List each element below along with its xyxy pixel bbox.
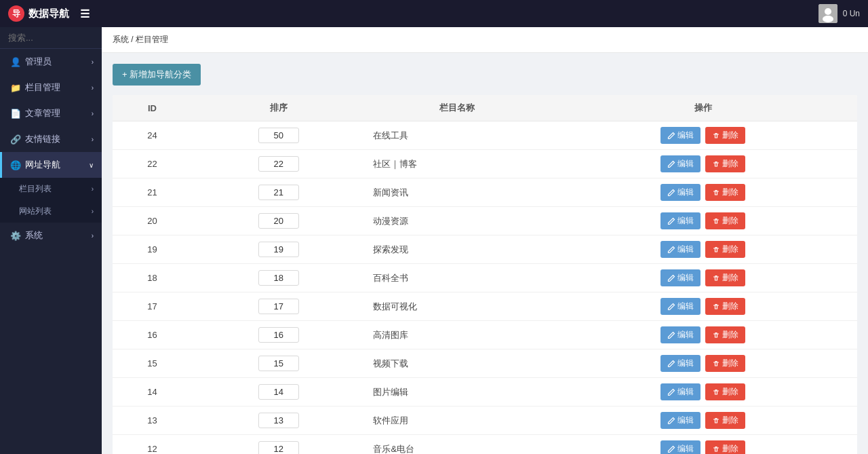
table-row: 14 图片编辑 编辑 删除 [113, 378, 857, 406]
edit-button[interactable]: 编辑 [660, 355, 701, 372]
svg-point-1 [825, 8, 831, 15]
cell-name: 社区｜博客 [365, 150, 549, 178]
rank-input[interactable] [258, 384, 299, 400]
delete-button[interactable]: 删除 [705, 412, 745, 429]
rank-input[interactable] [258, 327, 299, 343]
delete-button[interactable]: 删除 [705, 269, 745, 286]
edit-button[interactable]: 编辑 [660, 241, 701, 258]
username-label: 0 Un [843, 9, 860, 18]
topbar-right: 0 Un [818, 4, 860, 23]
svg-point-2 [823, 16, 833, 22]
table-row: 18 百科全书 编辑 删除 [113, 264, 857, 292]
sidebar-sub-menu: 栏目列表 › 网站列表 › [0, 178, 102, 223]
delete-button[interactable]: 删除 [705, 184, 745, 201]
cell-rank [192, 264, 365, 292]
rank-input[interactable] [258, 213, 299, 229]
rank-input[interactable] [258, 356, 299, 371]
cell-actions: 编辑 删除 [549, 264, 857, 292]
sidebar-item-label: 栏目管理 [25, 81, 60, 94]
delete-button[interactable]: 删除 [705, 241, 745, 258]
cell-name: 在线工具 [365, 121, 549, 150]
delete-button[interactable]: 删除 [705, 155, 745, 172]
delete-button[interactable]: 删除 [705, 212, 745, 229]
edit-button[interactable]: 编辑 [660, 326, 701, 343]
chevron-right-icon: › [92, 58, 94, 66]
chevron-right-icon: › [92, 136, 94, 143]
sidebar-item-label: 友情链接 [25, 133, 60, 145]
cell-rank [192, 207, 365, 235]
breadcrumb-separator: / [131, 35, 136, 44]
sidebar-item-admin[interactable]: 👤 管理员 › [0, 49, 102, 75]
sidebar-search[interactable] [0, 27, 102, 49]
chevron-right-icon: › [92, 110, 94, 117]
search-input[interactable] [8, 33, 94, 43]
sidebar-item-label: 网址导航 [25, 159, 60, 171]
rank-input[interactable] [258, 299, 299, 314]
edit-button[interactable]: 编辑 [660, 155, 701, 172]
cell-id: 14 [113, 378, 192, 406]
delete-button[interactable]: 删除 [705, 326, 745, 343]
rank-input[interactable] [258, 270, 299, 286]
cell-name: 音乐&电台 [365, 435, 549, 455]
main-content: 系统 / 栏目管理 + 新增加导航分类 ID 排序 栏目名称 操作 [102, 27, 868, 454]
breadcrumb-current: 栏目管理 [136, 35, 168, 44]
sidebar-item-friend-links[interactable]: 🔗 友情链接 › [0, 126, 102, 152]
sidebar-item-column-mgmt[interactable]: 📁 栏目管理 › [0, 75, 102, 100]
cell-actions: 编辑 删除 [549, 435, 857, 455]
cell-id: 24 [113, 121, 192, 150]
cell-name: 软件应用 [365, 406, 549, 435]
cell-actions: 编辑 删除 [549, 178, 857, 207]
delete-button[interactable]: 删除 [705, 127, 745, 144]
sidebar: 👤 管理员 › 📁 栏目管理 › 📄 文章管理 › 🔗 友情链接 › 🌐 网址导… [0, 27, 102, 454]
edit-button[interactable]: 编辑 [660, 269, 701, 286]
edit-button[interactable]: 编辑 [660, 383, 701, 400]
rank-input[interactable] [258, 128, 299, 143]
sidebar-item-label: 管理员 [25, 56, 52, 68]
edit-button[interactable]: 编辑 [660, 127, 701, 144]
edit-button[interactable]: 编辑 [660, 298, 701, 315]
sidebar-sub-label: 栏目列表 [19, 183, 52, 195]
col-header-name: 栏目名称 [365, 95, 549, 121]
table-row: 16 高清图库 编辑 删除 [113, 321, 857, 349]
cell-actions: 编辑 删除 [549, 121, 857, 150]
folder-icon: 📁 [10, 83, 21, 93]
delete-button[interactable]: 删除 [705, 298, 745, 315]
delete-button[interactable]: 删除 [705, 355, 745, 372]
sidebar-item-article-mgmt[interactable]: 📄 文章管理 › [0, 100, 102, 126]
cell-name: 高清图库 [365, 321, 549, 349]
rank-input[interactable] [258, 185, 299, 200]
cell-id: 13 [113, 406, 192, 435]
sidebar-item-site-nav[interactable]: 🌐 网址导航 ∨ [0, 152, 102, 178]
cell-rank [192, 321, 365, 349]
cell-id: 17 [113, 292, 192, 321]
edit-button[interactable]: 编辑 [660, 440, 701, 454]
rank-input[interactable] [258, 413, 299, 428]
edit-button[interactable]: 编辑 [660, 184, 701, 201]
cell-name: 探索发现 [365, 235, 549, 264]
cell-id: 21 [113, 178, 192, 207]
rank-input[interactable] [258, 441, 299, 454]
cell-rank [192, 121, 365, 150]
chevron-right-icon: › [92, 232, 94, 240]
cell-name: 动漫资源 [365, 207, 549, 235]
rank-input[interactable] [258, 242, 299, 257]
delete-button[interactable]: 删除 [705, 440, 745, 454]
page-content: + 新增加导航分类 ID 排序 栏目名称 操作 24 [102, 53, 868, 454]
rank-input[interactable] [258, 156, 299, 172]
chevron-right-icon: › [92, 185, 94, 193]
add-category-button[interactable]: + 新增加导航分类 [113, 64, 201, 86]
delete-button[interactable]: 删除 [705, 383, 745, 400]
edit-button[interactable]: 编辑 [660, 212, 701, 229]
menu-toggle-icon[interactable]: ☰ [80, 7, 90, 20]
edit-button[interactable]: 编辑 [660, 412, 701, 429]
sidebar-sub-label: 网站列表 [19, 206, 52, 217]
topbar: 导 数据导航 ☰ 0 Un [0, 0, 868, 27]
sidebar-item-system[interactable]: ⚙️ 系统 › [0, 223, 102, 248]
sidebar-item-site-list[interactable]: 网站列表 › [0, 200, 102, 223]
cell-name: 数据可视化 [365, 292, 549, 321]
table-row: 21 新闻资讯 编辑 删除 [113, 178, 857, 207]
sidebar-item-column-list[interactable]: 栏目列表 › [0, 178, 102, 200]
chevron-right-icon: › [92, 208, 94, 215]
cell-id: 15 [113, 349, 192, 378]
table-row: 20 动漫资源 编辑 删除 [113, 207, 857, 235]
